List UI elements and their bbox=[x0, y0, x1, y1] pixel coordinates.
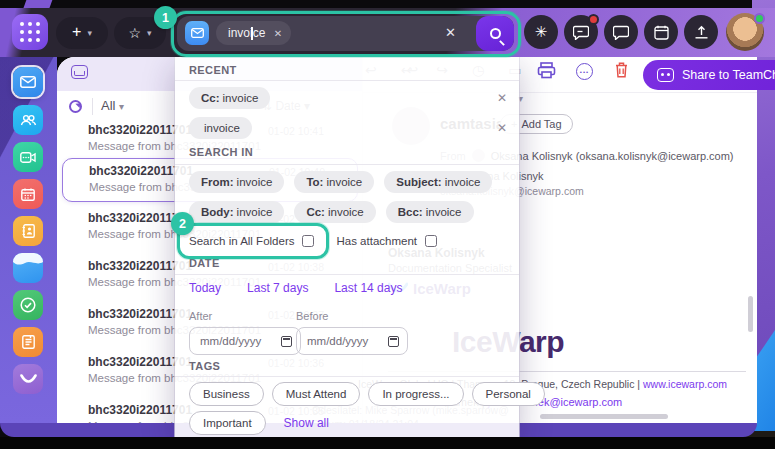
calendar-icon bbox=[281, 336, 292, 347]
vertical-scrollbar[interactable] bbox=[748, 296, 753, 332]
print-icon[interactable] bbox=[537, 62, 556, 79]
notifications-button[interactable] bbox=[564, 15, 598, 49]
wave-icon bbox=[13, 253, 43, 283]
address-book-icon bbox=[22, 224, 35, 238]
remove-recent-icon[interactable]: ✕ bbox=[497, 91, 507, 105]
tag-in-progress[interactable]: In progress... bbox=[368, 382, 463, 406]
sidebar-item-documents[interactable] bbox=[13, 253, 43, 283]
has-attachment-label: Has attachment bbox=[336, 235, 417, 247]
tag-business[interactable]: Business bbox=[189, 382, 264, 406]
sidebar-item-tasks[interactable] bbox=[13, 290, 43, 320]
tags-section-title: TAGS bbox=[189, 360, 220, 372]
tag-must-attend[interactable]: Must Attend bbox=[272, 382, 361, 406]
notification-badge bbox=[588, 14, 599, 25]
show-all-tags-link[interactable]: Show all bbox=[284, 416, 329, 430]
after-date-input[interactable]: mm/dd/yyyy bbox=[189, 327, 301, 355]
chevron-down-icon: ▾ bbox=[87, 28, 92, 38]
divider bbox=[175, 164, 519, 165]
recent-search-chip[interactable]: invoice bbox=[189, 117, 252, 139]
divider bbox=[175, 376, 519, 377]
annotation-highlight-all-folders bbox=[177, 223, 329, 259]
tags-row: Important Show all bbox=[189, 411, 507, 435]
sidebar-item-notes[interactable] bbox=[13, 327, 43, 357]
field-chip-from[interactable]: From:invoice bbox=[189, 171, 284, 193]
field-chip-to[interactable]: To:invoice bbox=[294, 171, 374, 193]
app-sidebar bbox=[0, 57, 57, 423]
website-link[interactable]: www.icewarp.com bbox=[643, 378, 727, 390]
upload-button[interactable] bbox=[684, 15, 718, 49]
tag-important[interactable]: Important bbox=[189, 411, 266, 435]
user-avatar[interactable] bbox=[726, 13, 764, 51]
notebook-icon bbox=[22, 335, 35, 349]
has-attachment-checkbox[interactable] bbox=[425, 235, 437, 247]
inbox-tray-icon bbox=[71, 65, 88, 79]
remove-recent-icon[interactable]: ✕ bbox=[497, 121, 507, 135]
recent-row: invoice ✕ bbox=[189, 117, 507, 139]
tags-row: Business Must Attend In progress... Pers… bbox=[189, 382, 507, 406]
calendar-icon bbox=[388, 336, 399, 347]
annotation-step-1: 1 bbox=[154, 6, 177, 29]
calendar-icon bbox=[654, 25, 669, 40]
online-status-dot bbox=[754, 13, 765, 24]
annotation-highlight-search bbox=[171, 11, 521, 57]
screen: All ▾ ⇅ Date ▾ bhc3320i22011701 Message … bbox=[0, 0, 775, 449]
date-link-last14[interactable]: Last 14 days bbox=[334, 281, 402, 295]
chat-button[interactable] bbox=[604, 15, 638, 49]
field-chip-subject[interactable]: Subject:invoice bbox=[384, 171, 492, 193]
field-chip-row: From:invoice To:invoice Subject:invoice bbox=[189, 171, 507, 193]
icewarp-apps-button[interactable]: ✳ bbox=[524, 15, 558, 49]
sidebar-item-meetings[interactable] bbox=[13, 142, 43, 172]
field-chip-bcc[interactable]: Bcc:invoice bbox=[386, 201, 474, 223]
recent-row: Cc:invoice ✕ bbox=[189, 87, 507, 109]
after-label: After bbox=[189, 310, 212, 322]
sidebar-item-teamchat[interactable] bbox=[13, 364, 43, 394]
share-to-teamchat-button[interactable]: Share to TeamChat bbox=[643, 60, 775, 90]
app-grid-button[interactable] bbox=[12, 14, 48, 50]
chat-bubble-icon bbox=[613, 25, 629, 40]
annotation-step-2: 2 bbox=[171, 212, 194, 235]
mail-icon bbox=[20, 76, 36, 88]
chevron-down-icon: ▾ bbox=[119, 101, 124, 112]
icewarp-wings-icon bbox=[20, 374, 37, 385]
recent-section-title: RECENT bbox=[189, 64, 237, 76]
teamchat-icon bbox=[657, 68, 674, 82]
people-icon bbox=[20, 114, 37, 126]
divider bbox=[92, 98, 93, 115]
plus-icon: + bbox=[72, 23, 81, 41]
search-in-section-title: SEARCH IN bbox=[189, 146, 253, 158]
divider bbox=[175, 274, 519, 275]
field-chip-cc[interactable]: Cc:invoice bbox=[294, 201, 375, 223]
sidebar-item-address-book[interactable] bbox=[13, 216, 43, 246]
chevron-down-icon: ▾ bbox=[147, 28, 152, 38]
sidebar-item-mail[interactable] bbox=[13, 67, 43, 97]
before-date-input[interactable]: mm/dd/yyyy bbox=[296, 327, 408, 355]
before-label: Before bbox=[296, 310, 328, 322]
delete-icon[interactable] bbox=[614, 61, 629, 79]
compose-button[interactable]: + ▾ bbox=[56, 17, 108, 49]
icewarp-logo-icon: ✳ bbox=[535, 23, 548, 41]
video-camera-icon bbox=[20, 152, 36, 163]
field-chip-body[interactable]: Body:invoice bbox=[189, 201, 284, 223]
date-links-row: Today Last 7 days Last 14 days bbox=[189, 281, 507, 295]
horizontal-scrollbar[interactable] bbox=[540, 414, 668, 419]
refresh-icon[interactable] bbox=[69, 100, 82, 113]
recent-search-chip[interactable]: Cc:invoice bbox=[189, 87, 270, 109]
upload-icon bbox=[694, 25, 709, 40]
calendar-icon bbox=[21, 188, 35, 201]
field-chip-row: Body:invoice Cc:invoice Bcc:invoice bbox=[189, 201, 507, 223]
date-link-last7[interactable]: Last 7 days bbox=[247, 281, 308, 295]
star-icon: ☆ bbox=[128, 25, 141, 41]
date-link-today[interactable]: Today bbox=[189, 281, 221, 295]
more-options-icon[interactable]: ••• bbox=[576, 63, 593, 80]
sidebar-item-contacts[interactable] bbox=[13, 105, 43, 135]
divider bbox=[175, 80, 519, 81]
screen-bottom-band bbox=[0, 437, 775, 449]
chat-lines-icon bbox=[573, 25, 589, 40]
sidebar-item-calendar[interactable] bbox=[13, 179, 43, 209]
calendar-button[interactable] bbox=[644, 15, 678, 49]
tag-personal[interactable]: Personal bbox=[472, 382, 545, 406]
filter-dropdown[interactable]: All ▾ bbox=[101, 98, 124, 113]
check-circle-icon bbox=[20, 297, 36, 313]
